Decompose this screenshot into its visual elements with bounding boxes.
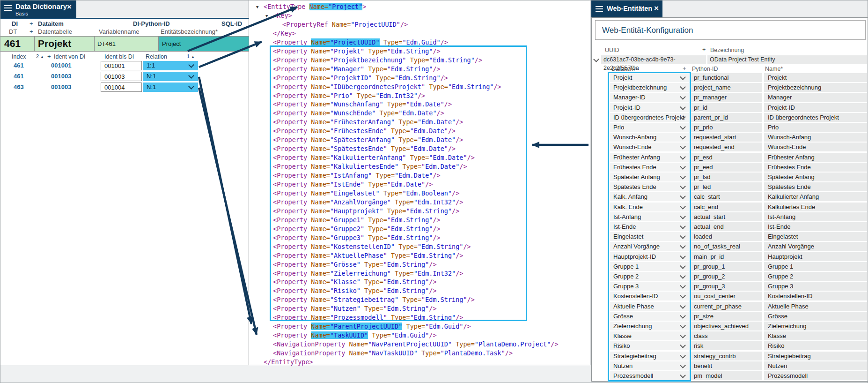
xml-highlight: "ProjectUUID" xyxy=(330,38,380,46)
python-id-cell: project_name xyxy=(691,83,762,92)
entity-config-titlebox: Web-Entität-Konfiguration xyxy=(595,20,866,40)
bezeichnung-cell[interactable]: OData Project Test Entity xyxy=(707,55,867,64)
python-id-cell: calc_end xyxy=(691,203,762,211)
ident-bis-input[interactable]: 001001 xyxy=(101,61,142,70)
record-row[interactable]: 461 Projekt DT461 Project xyxy=(0,37,249,51)
subcol-header-ident-bis[interactable]: Ident bis DI xyxy=(104,53,134,60)
python-id-cell: pr_eed xyxy=(691,163,762,172)
add-column-icon[interactable]: + xyxy=(29,20,33,27)
screenshot-root: Data Dictionary × Basis DI + Dataitem DI… xyxy=(0,0,868,383)
ident-von-value: 001001 xyxy=(51,62,71,69)
hamburger-icon[interactable] xyxy=(4,5,12,6)
xml-token: /> xyxy=(463,323,471,330)
uuid-header[interactable]: UUID xyxy=(605,47,619,53)
xml-token: > xyxy=(362,3,366,10)
xml-token: <Property xyxy=(273,323,311,330)
name-cell: Spätester Anfang xyxy=(764,173,867,181)
close-icon[interactable]: × xyxy=(654,5,659,12)
name-cell: Strategiebeitrag xyxy=(764,352,867,360)
ident-bis-input[interactable]: 001004 xyxy=(101,83,142,92)
ident-bis-input[interactable]: 001003 xyxy=(101,72,142,81)
xml-token: "NavParentProjectUUID" xyxy=(368,340,452,348)
relation-dropdown[interactable]: N:1 xyxy=(143,83,198,92)
xml-line: <NavigationProperty Name="NavParentProje… xyxy=(273,340,559,349)
col-header-sql-id[interactable]: SQL-ID xyxy=(221,20,242,27)
col-header-dt[interactable]: DT xyxy=(9,28,17,35)
gridline xyxy=(34,37,35,51)
xml-token: Name= xyxy=(349,340,368,348)
python-id-cell: strategy_contrb xyxy=(691,352,762,360)
chevron-down-icon[interactable] xyxy=(188,83,194,90)
name-cell: Kostenstellen-ID xyxy=(764,292,867,300)
entitaetsbezeichnung-cell[interactable]: Project xyxy=(158,37,249,51)
sort-asc-icon[interactable]: ▲ xyxy=(191,55,195,59)
hamburger-icon[interactable] xyxy=(596,6,603,7)
uuid-cell[interactable]: dc631ac7-03be-ac4b-9e73-2e2c2f557f1a xyxy=(601,55,706,64)
subcol-header-ident-von[interactable]: Ident von DI xyxy=(54,53,85,60)
python-id-cell: no_of_tasks_real xyxy=(691,242,762,251)
xml-token: /> xyxy=(441,38,448,46)
xml-line: <Property Name="TaskUUID" Type="Edm.Guid… xyxy=(273,331,437,340)
xml-token: "NavTaskUUID" xyxy=(368,349,418,357)
xml-highlight: Name= xyxy=(309,3,329,10)
tab-title: Data Dictionary xyxy=(15,2,67,10)
name-cell: Spätestes Ende xyxy=(764,182,867,191)
add-column-icon[interactable]: + xyxy=(702,46,706,53)
col-header-datentabelle[interactable]: Datentabelle xyxy=(38,28,72,35)
collapse-triangle-icon[interactable]: ▼ xyxy=(265,12,268,21)
relation-dropdown[interactable]: 1:1 xyxy=(143,61,198,70)
python-id-header[interactable]: Python-ID xyxy=(692,66,718,72)
col-header-di[interactable]: DI xyxy=(12,20,18,27)
python-id-cell: risk xyxy=(691,341,762,350)
tab-title: Web-Entitäten xyxy=(607,5,652,12)
python-id-cell: pm_model xyxy=(691,371,762,380)
name-header[interactable]: Name* xyxy=(765,66,783,72)
python-id-cell: loaded xyxy=(691,232,762,241)
name-cell: Gruppe 3 xyxy=(764,282,867,291)
python-id-cell: objectives_achieved xyxy=(691,322,762,330)
chevron-down-icon[interactable] xyxy=(188,73,194,79)
col-header-variablenname[interactable]: Variablenname xyxy=(99,28,139,35)
subcol-header-index[interactable]: Index xyxy=(12,53,26,60)
xml-token: "PlantaDemo.Task" xyxy=(441,349,505,357)
xml-token: Type= xyxy=(383,38,403,46)
python-id-cell: pr_led xyxy=(691,182,762,191)
xml-token: "ProjectUUID" xyxy=(351,21,400,28)
xml-token: </Key> xyxy=(273,30,296,37)
sort-order-1[interactable]: 1 xyxy=(187,53,190,59)
col-header-dataitem[interactable]: Dataitem xyxy=(38,20,64,27)
bezeichnung-header[interactable]: Bezeichnung xyxy=(710,47,744,53)
python-id-cell: parent_pr_id xyxy=(691,113,762,122)
add-column-icon[interactable]: + xyxy=(47,53,51,60)
python-id-cell: pr_id xyxy=(691,103,762,112)
name-cell: Projekt xyxy=(764,73,867,82)
name-cell: Projektbezeichnung xyxy=(764,83,867,92)
relation-dropdown[interactable]: N:1 xyxy=(143,72,198,81)
name-cell: Wunsch-Anfang xyxy=(764,133,867,142)
sort-asc-icon[interactable]: ▲ xyxy=(40,55,44,59)
ident-von-value: 001003 xyxy=(51,73,71,80)
add-column-icon[interactable]: + xyxy=(29,28,33,35)
name-cell: Aktuelle Phase xyxy=(764,302,867,311)
dt-number-cell: 461 xyxy=(4,38,21,49)
sort-order-2[interactable]: 2 xyxy=(36,53,39,59)
python-id-cell: requested_end xyxy=(691,143,762,151)
variablenname-cell: DT461 xyxy=(97,40,116,47)
data-dictionary-tab[interactable]: Data Dictionary × Basis xyxy=(0,0,76,18)
col-header-di-python-id[interactable]: DI-Python-ID xyxy=(133,20,170,27)
datentabelle-cell: Projekt xyxy=(38,38,71,49)
col-header-entitaetsbezeichnung[interactable]: Entitätsbezeichnung* xyxy=(161,28,218,35)
python-id-cell: pr_functional xyxy=(691,73,762,82)
close-icon[interactable]: × xyxy=(67,4,72,10)
chevron-down-icon[interactable] xyxy=(188,62,194,68)
name-cell: ID übergeordnetes Projekt xyxy=(764,113,867,122)
xml-line: <NavigationProperty Name="NavTaskUUID" T… xyxy=(273,349,513,358)
collapse-triangle-icon[interactable]: ▼ xyxy=(256,3,258,12)
dataitem-header[interactable]: Dataitem* xyxy=(611,66,637,72)
subcol-header-relation[interactable]: Relation xyxy=(146,53,167,60)
name-cell: Projekt-ID xyxy=(764,103,867,112)
add-column-icon[interactable]: + xyxy=(683,65,686,72)
web-entities-tab[interactable]: Web-Entitäten × xyxy=(591,0,662,17)
xml-token xyxy=(402,323,406,330)
xml-property-box xyxy=(270,45,527,321)
